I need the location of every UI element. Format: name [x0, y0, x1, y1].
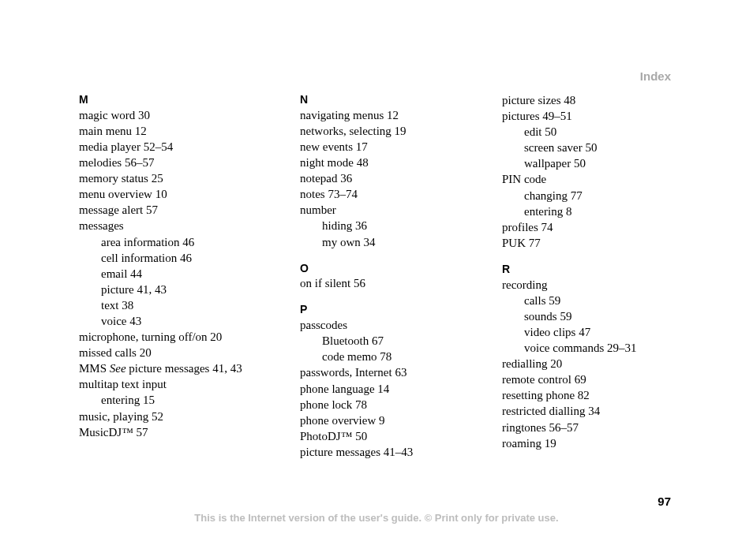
index-entry: night mode 48: [300, 155, 475, 170]
index-entry: recording: [502, 277, 676, 293]
index-entry: passcodes: [300, 317, 475, 333]
index-entry: PUK 77: [502, 235, 676, 251]
index-column-3: picture sizes 48 pictures 49–51 edit 50 …: [502, 92, 676, 460]
index-entry: restricted dialling 34: [502, 403, 676, 419]
footer-notice: This is the Internet version of the user…: [0, 512, 753, 524]
index-entry: missed calls 20: [79, 345, 273, 360]
index-entry: PhotoDJ™ 50: [300, 428, 475, 444]
index-entry: passwords, Internet 63: [300, 364, 475, 380]
index-entry: messages: [79, 218, 273, 233]
index-subentry: video clips 47: [502, 324, 676, 340]
text: picture messages 41, 43: [126, 362, 242, 375]
index-subentry: my own 34: [300, 234, 475, 250]
index-subentry: screen saver 50: [502, 140, 676, 155]
index-entry: multitap text input: [79, 376, 273, 392]
index-entry: message alert 57: [79, 202, 273, 218]
page-number: 97: [657, 495, 671, 508]
index-entry: main menu 12: [79, 123, 273, 139]
index-entry: notes 73–74: [300, 186, 475, 202]
index-subentry: entering 8: [502, 203, 676, 219]
index-subentry: voice commands 29–31: [502, 340, 676, 356]
index-subentry: sounds 59: [502, 308, 676, 324]
index-entry: picture messages 41–43: [300, 444, 475, 460]
index-subentry: voice 43: [79, 313, 273, 329]
index-column-2: N navigating menus 12 networks, selectin…: [300, 92, 475, 460]
index-subentry: email 44: [79, 266, 273, 282]
index-entry: on if silent 56: [300, 275, 475, 291]
index-entry: new events 17: [300, 139, 475, 155]
index-columns: M magic word 30 main menu 12 media playe…: [79, 92, 674, 460]
index-letter-o: O: [300, 261, 475, 276]
index-subentry: code memo 78: [300, 349, 475, 364]
index-entry: phone lock 78: [300, 397, 475, 413]
index-entry: profiles 74: [502, 219, 676, 235]
index-entry: remote control 69: [502, 371, 676, 387]
index-entry: phone language 14: [300, 381, 475, 397]
index-letter-n: N: [300, 92, 475, 107]
index-entry: networks, selecting 19: [300, 123, 475, 139]
text: MMS: [79, 362, 110, 375]
index-subentry: wallpaper 50: [502, 155, 676, 171]
index-entry: notepad 36: [300, 170, 475, 186]
index-subentry: Bluetooth 67: [300, 333, 475, 349]
index-entry: menu overview 10: [79, 186, 273, 202]
index-entry: redialling 20: [502, 356, 676, 371]
section-header: Index: [640, 69, 671, 83]
index-subentry: area information 46: [79, 234, 273, 250]
index-column-1: M magic word 30 main menu 12 media playe…: [79, 92, 273, 460]
index-entry: microphone, turning off/on 20: [79, 329, 273, 345]
index-entry: number: [300, 202, 475, 218]
index-subentry: picture 41, 43: [79, 282, 273, 297]
index-entry: picture sizes 48: [502, 92, 676, 108]
index-subentry: changing 77: [502, 188, 676, 203]
index-subentry: text 38: [79, 297, 273, 313]
index-subentry: calls 59: [502, 293, 676, 308]
index-entry: media player 52–54: [79, 139, 273, 155]
index-subentry: edit 50: [502, 124, 676, 140]
index-subentry: cell information 46: [79, 250, 273, 266]
document-page: Index M magic word 30 main menu 12 media…: [0, 0, 753, 560]
index-entry: MMS See picture messages 41, 43: [79, 360, 273, 376]
index-entry: melodies 56–57: [79, 155, 273, 170]
index-letter-m: M: [79, 92, 273, 107]
index-entry: navigating menus 12: [300, 107, 475, 123]
index-entry: PIN code: [502, 171, 676, 187]
index-entry: memory status 25: [79, 170, 273, 186]
index-subentry: hiding 36: [300, 218, 475, 233]
see-reference: See: [110, 362, 126, 375]
index-entry: resetting phone 82: [502, 387, 676, 403]
index-entry: roaming 19: [502, 435, 676, 451]
index-entry: music, playing 52: [79, 409, 273, 424]
index-subentry: entering 15: [79, 392, 273, 408]
index-entry: MusicDJ™ 57: [79, 424, 273, 440]
index-entry: magic word 30: [79, 107, 273, 123]
index-entry: pictures 49–51: [502, 108, 676, 124]
index-entry: ringtones 56–57: [502, 420, 676, 435]
index-letter-r: R: [502, 262, 676, 277]
index-entry: phone overview 9: [300, 413, 475, 428]
index-letter-p: P: [300, 302, 475, 317]
